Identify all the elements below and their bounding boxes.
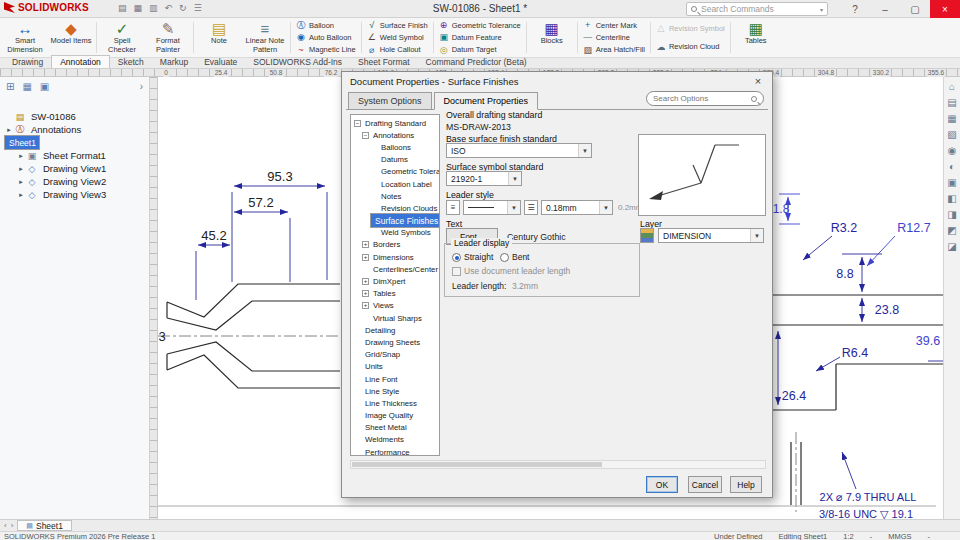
option-tree-item-grid-snap[interactable]: Grid/Snap <box>351 349 439 361</box>
straight-radio-label[interactable]: Straight <box>464 252 493 262</box>
ribbon-button-revision-cloud[interactable]: ☁Revision Cloud <box>656 41 725 53</box>
option-tree-item-sheet-metal[interactable]: Sheet Metal <box>351 422 439 434</box>
leader-line-style-select[interactable]: ▼ <box>463 200 521 215</box>
tree-item-sheet-format1[interactable]: ▸▣Sheet Format1 <box>0 149 149 162</box>
pane-icon-8[interactable]: ◧ <box>947 193 956 204</box>
panel-collapse-arrow-icon[interactable]: › <box>140 81 143 92</box>
rebuild-icon[interactable]: ↻ <box>179 3 187 13</box>
dimension-text[interactable]: 95.3 <box>267 169 292 184</box>
dimension-text[interactable]: 3 <box>158 329 165 344</box>
tab-command-predictor-beta[interactable]: Command Predictor (Beta) <box>418 56 535 68</box>
option-tree-item-line-style[interactable]: Line Style <box>351 385 439 397</box>
expand-arrow-icon[interactable]: ▸ <box>16 152 26 160</box>
ribbon-button-centerline[interactable]: —Centerline <box>583 31 645 43</box>
tab-markup[interactable]: Markup <box>152 56 196 68</box>
option-tree-item-surface-finishes[interactable]: Surface Finishes <box>351 215 439 227</box>
tab-solidworks-add-ins[interactable]: SOLIDWORKS Add-Ins <box>245 56 350 68</box>
tab-sketch[interactable]: Sketch <box>110 56 152 68</box>
leader-thickness-select[interactable]: 0.18mm ▼ <box>541 200 613 215</box>
sheet-nav-right-icon[interactable]: › <box>11 521 14 530</box>
design-library-icon[interactable]: ▤ <box>947 97 956 108</box>
ribbon-button-blocks[interactable]: ▦Blocks <box>529 18 575 57</box>
plus-expander-icon[interactable]: + <box>362 278 369 285</box>
dialog-horizontal-scrollbar[interactable] <box>350 460 766 469</box>
plus-expander-icon[interactable]: + <box>362 290 369 297</box>
option-tree-item-centerlines-center-marks[interactable]: Centerlines/Center Marks <box>351 263 439 275</box>
option-tree-item-detailing[interactable]: Detailing <box>351 324 439 336</box>
tab-annotation[interactable]: Annotation <box>51 55 110 68</box>
leader-style-icon[interactable]: ≡ <box>446 200 460 215</box>
plus-expander-icon[interactable]: + <box>362 241 369 248</box>
ribbon-button-smart-dimension[interactable]: ↔Smart Dimension <box>2 18 48 57</box>
dimension-text[interactable]: 39.6 <box>916 334 940 348</box>
tab-evaluate[interactable]: Evaluate <box>196 56 245 68</box>
forum-icon[interactable]: ▣ <box>947 177 956 188</box>
close-button[interactable]: × <box>930 0 960 18</box>
expand-arrow-icon[interactable]: ▸ <box>4 126 14 134</box>
dimension-text[interactable]: R6.4 <box>842 346 868 360</box>
ribbon-button-balloon[interactable]: ⒶBalloon <box>296 19 356 31</box>
option-tree-item-notes[interactable]: Notes <box>351 190 439 202</box>
tree-item-sw-01086[interactable]: ▤SW-01086 <box>0 110 149 123</box>
option-tree-item-dimensions[interactable]: +Dimensions <box>351 251 439 263</box>
featuremanager-tab-icon[interactable]: ⊞ <box>6 81 14 92</box>
dialog-tab-document-properties[interactable]: Document Properties <box>434 92 539 110</box>
ribbon-button-datum-feature[interactable]: ▣Datum Feature <box>439 31 521 43</box>
ribbon-button-tables[interactable]: ▦Tables <box>733 18 779 57</box>
maximize-button[interactable]: ▢ <box>900 0 930 18</box>
ribbon-button-spell-checker[interactable]: ✓Spell Checker <box>99 18 145 57</box>
dimension-text[interactable]: 23.8 <box>875 303 899 317</box>
undo-icon[interactable]: ↶ <box>165 3 173 13</box>
ribbon-button-note[interactable]: ▤Note <box>196 18 242 57</box>
tree-item-drawing-view1[interactable]: ▸◇Drawing View1 <box>0 162 149 175</box>
ribbon-button-datum-target[interactable]: ◎Datum Target <box>439 44 521 56</box>
open-icon[interactable]: ▤ <box>118 3 127 13</box>
dimension-text[interactable]: 57.2 <box>248 195 273 210</box>
appearances-icon[interactable]: ◉ <box>948 145 957 156</box>
tree-item-drawing-view3[interactable]: ▸◇Drawing View3 <box>0 188 149 201</box>
option-tree-item-line-font[interactable]: Line Font <box>351 373 439 385</box>
bent-radio[interactable] <box>500 253 509 262</box>
option-tree-item-units[interactable]: Units <box>351 361 439 373</box>
command-search-box[interactable]: Search Commands ▾ <box>686 2 828 16</box>
displaymanager-tab-icon[interactable]: ▦ <box>22 81 31 92</box>
ribbon-button-format-painter[interactable]: ✎Format Painter <box>145 18 191 57</box>
file-explorer-icon[interactable]: ▦ <box>947 113 956 124</box>
symbol-standard-select[interactable]: 21920-1 ▼ <box>446 171 522 186</box>
help-button[interactable]: Help <box>730 476 762 493</box>
layer-select[interactable]: DIMENSION ▼ <box>658 228 764 243</box>
dimension-text[interactable]: 45.2 <box>201 228 226 243</box>
pane-icon-11[interactable]: ◪ <box>947 241 956 252</box>
print-icon[interactable]: ▥ <box>149 3 158 13</box>
dimension-text[interactable]: 26.4 <box>782 389 806 403</box>
option-tree-item-datums[interactable]: Datums <box>351 154 439 166</box>
options-icon[interactable]: ☰ <box>194 3 202 13</box>
ribbon-button-linear-note-pattern[interactable]: ≡Linear Note Pattern <box>242 18 288 57</box>
ribbon-button-area-hatch-fill[interactable]: ▨Area Hatch/Fill <box>583 44 645 56</box>
ribbon-button-hole-callout[interactable]: ⌀Hole Callout <box>367 44 428 56</box>
view-palette-icon[interactable]: ▧ <box>947 129 956 140</box>
tab-sheet-format[interactable]: Sheet Format <box>350 56 418 68</box>
dimension-text[interactable]: 8.8 <box>836 267 853 281</box>
minus-expander-icon[interactable]: − <box>362 132 369 139</box>
base-standard-select[interactable]: ISO ▼ <box>446 143 592 158</box>
ribbon-button-surface-finish[interactable]: √Surface Finish <box>367 19 428 31</box>
plus-expander-icon[interactable]: + <box>362 254 369 261</box>
option-tree-item-weldments[interactable]: Weldments <box>351 434 439 446</box>
tree-item-sheet1[interactable]: ▾▢Sheet1 <box>0 136 149 149</box>
expand-arrow-icon[interactable]: ▸ <box>16 165 26 173</box>
ribbon-button-geometric-tolerance[interactable]: ⊕Geometric Tolerance <box>439 19 521 31</box>
plus-expander-icon[interactable]: + <box>362 302 369 309</box>
option-tree-item-location-label[interactable]: Location Label <box>351 178 439 190</box>
dimension-text[interactable]: 1.8 <box>773 202 790 216</box>
option-tree-item-annotations[interactable]: −Annotations <box>351 129 439 141</box>
tab-drawing[interactable]: Drawing <box>4 56 51 68</box>
leader-thickness-icon[interactable]: ☰ <box>524 200 538 215</box>
cancel-button[interactable]: Cancel <box>688 476 722 493</box>
option-tree-item-weld-symbols[interactable]: Weld Symbols <box>351 227 439 239</box>
custom-properties-icon[interactable]: ◐ <box>949 161 955 172</box>
ribbon-button-revision-symbol[interactable]: △Revision Symbol <box>656 22 725 34</box>
option-tree-item-geometric-tolerances[interactable]: Geometric Tolerances <box>351 166 439 178</box>
sheet-nav-left-icon[interactable]: ‹ <box>4 521 7 530</box>
scrollbar-thumb[interactable] <box>352 462 602 467</box>
